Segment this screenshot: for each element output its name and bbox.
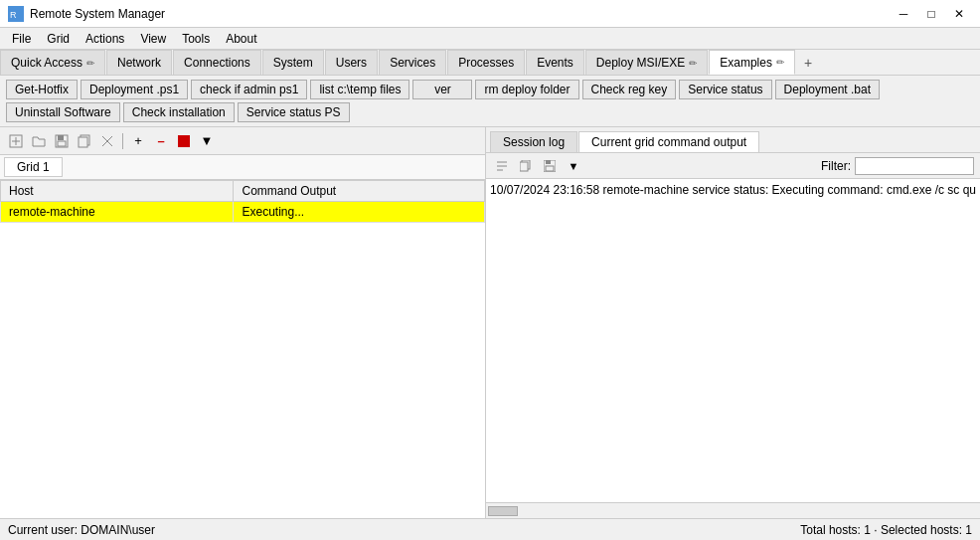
- minimize-button[interactable]: ─: [891, 4, 916, 24]
- col-host: Host: [1, 181, 234, 202]
- tab-quick-access-label: Quick Access: [11, 56, 82, 70]
- tab-examples-label: Examples: [720, 56, 772, 70]
- tab-network[interactable]: Network: [106, 50, 172, 75]
- grid-tool-open-icon[interactable]: [29, 131, 49, 151]
- log-content: 10/07/2024 23:16:58 remote-machine servi…: [486, 179, 980, 502]
- svg-rect-7: [58, 141, 66, 146]
- log-scroll-area: 10/07/2024 23:16:58 remote-machine servi…: [486, 179, 980, 518]
- tab-network-label: Network: [117, 56, 161, 70]
- left-panel: + – ▼ Grid 1 Host Command Output: [0, 127, 486, 518]
- grid-tab-bar: Grid 1: [0, 155, 485, 180]
- btn-ver[interactable]: ver: [412, 80, 472, 99]
- quick-buttons-area: Get-Hotfix Deployment .ps1 check if admi…: [0, 76, 980, 127]
- title-bar: R Remote System Manager ─ □ ✕: [0, 0, 980, 28]
- tab-services-label: Services: [390, 56, 435, 70]
- tab-users[interactable]: Users: [325, 50, 378, 75]
- current-user-label: Current user: DOMAIN\user: [8, 523, 155, 537]
- tab-quick-access[interactable]: Quick Access ✏: [0, 50, 105, 75]
- grid-tool-dropdown-icon[interactable]: ▼: [197, 131, 217, 151]
- filter-label: Filter:: [821, 159, 851, 173]
- grid-tool-add-row-icon[interactable]: +: [128, 131, 148, 151]
- menu-about[interactable]: About: [218, 30, 264, 47]
- tab-processes[interactable]: Processes: [447, 50, 525, 75]
- table-row[interactable]: remote-machine Executing...: [1, 202, 485, 223]
- tab-services[interactable]: Services: [379, 50, 446, 75]
- btn-check-admin-ps1[interactable]: check if admin ps1: [191, 80, 307, 99]
- grid-tool-cut-icon[interactable]: [97, 131, 117, 151]
- btn-service-status[interactable]: Service status: [679, 80, 771, 99]
- tab-examples-edit-icon[interactable]: ✏: [776, 57, 784, 68]
- tab-deploy-msi[interactable]: Deploy MSI/EXE ✏: [585, 50, 708, 75]
- log-entry: 10/07/2024 23:16:58 remote-machine servi…: [490, 183, 976, 197]
- tab-quick-access-edit-icon[interactable]: ✏: [86, 58, 94, 69]
- close-button[interactable]: ✕: [946, 4, 972, 24]
- log-tool-select-all-icon[interactable]: [492, 157, 512, 175]
- tab-bar: Quick Access ✏ Network Connections Syste…: [0, 50, 980, 76]
- tab-deploy-msi-label: Deploy MSI/EXE: [596, 56, 685, 70]
- btn-service-status-ps[interactable]: Service status PS: [238, 102, 350, 122]
- log-tool-dropdown-icon[interactable]: ▼: [564, 157, 583, 175]
- tab-events-label: Events: [537, 56, 573, 70]
- btn-get-hotfix[interactable]: Get-Hotfix: [6, 80, 78, 99]
- log-toolbar: ▼ Filter:: [486, 153, 980, 179]
- btn-uninstall-software[interactable]: Uninstall Software: [6, 102, 120, 122]
- svg-text:R: R: [10, 10, 17, 20]
- tab-deploy-msi-edit-icon[interactable]: ✏: [689, 58, 697, 69]
- svg-rect-9: [79, 137, 87, 147]
- filter-input[interactable]: [855, 157, 974, 175]
- status-bar: Current user: DOMAIN\user Total hosts: 1…: [0, 518, 980, 540]
- grid-tool-add-icon[interactable]: [6, 131, 26, 151]
- log-tab-session[interactable]: Session log: [490, 131, 577, 152]
- horizontal-scrollbar[interactable]: [486, 502, 980, 518]
- svg-rect-17: [520, 162, 528, 171]
- tab-add-button[interactable]: +: [796, 50, 820, 75]
- tab-examples[interactable]: Examples ✏: [709, 50, 795, 75]
- log-tool-save-icon[interactable]: [540, 157, 560, 175]
- log-tool-copy-icon[interactable]: [516, 157, 536, 175]
- svg-rect-6: [58, 135, 64, 140]
- window-controls: ─ □ ✕: [891, 4, 972, 24]
- grid-tool-save-icon[interactable]: [52, 131, 72, 151]
- btn-list-temp[interactable]: list c:\temp files: [310, 80, 409, 99]
- grid-toolbar: + – ▼: [0, 127, 485, 155]
- tab-users-label: Users: [336, 56, 367, 70]
- btn-check-installation[interactable]: Check installation: [123, 102, 235, 122]
- menu-actions[interactable]: Actions: [78, 30, 132, 47]
- menu-bar: File Grid Actions View Tools About: [0, 28, 980, 50]
- log-tab-grid-output[interactable]: Current grid command output: [578, 131, 759, 152]
- svg-rect-12: [178, 135, 190, 147]
- window-title: Remote System Manager: [30, 7, 885, 21]
- grid-tool-remove-row-icon[interactable]: –: [151, 131, 171, 151]
- btn-rm-deploy[interactable]: rm deploy folder: [475, 80, 578, 99]
- hosts-info-label: Total hosts: 1 · Selected hosts: 1: [800, 523, 972, 537]
- grid-tool-copy-icon[interactable]: [75, 131, 94, 151]
- cell-output: Executing...: [234, 202, 485, 223]
- tab-events[interactable]: Events: [526, 50, 584, 75]
- btn-check-reg-key[interactable]: Check reg key: [582, 80, 677, 99]
- grid-tool-stop-icon[interactable]: [174, 131, 194, 151]
- tab-processes-label: Processes: [458, 56, 514, 70]
- cell-host: remote-machine: [1, 202, 234, 223]
- svg-rect-19: [546, 160, 551, 164]
- col-command-output: Command Output: [234, 181, 485, 202]
- tab-connections[interactable]: Connections: [173, 50, 261, 75]
- maximize-button[interactable]: □: [918, 4, 944, 24]
- scrollbar-thumb[interactable]: [488, 506, 518, 516]
- menu-tools[interactable]: Tools: [174, 30, 218, 47]
- data-table[interactable]: Host Command Output remote-machine Execu…: [0, 180, 485, 518]
- tab-system[interactable]: System: [262, 50, 324, 75]
- btn-deployment-bat[interactable]: Deployment .bat: [775, 80, 880, 99]
- log-tab-bar: Session log Current grid command output: [486, 127, 980, 153]
- menu-view[interactable]: View: [132, 30, 174, 47]
- btn-deployment-ps1[interactable]: Deployment .ps1: [81, 80, 188, 99]
- tab-connections-label: Connections: [184, 56, 250, 70]
- app-icon: R: [8, 6, 24, 22]
- tab-system-label: System: [273, 56, 313, 70]
- grid-tab-1[interactable]: Grid 1: [4, 157, 63, 177]
- menu-file[interactable]: File: [4, 30, 39, 47]
- main-content: + – ▼ Grid 1 Host Command Output: [0, 127, 980, 518]
- right-panel: Session log Current grid command output …: [486, 127, 980, 518]
- menu-grid[interactable]: Grid: [39, 30, 78, 47]
- toolbar-separator-1: [122, 133, 123, 149]
- svg-rect-20: [546, 166, 554, 171]
